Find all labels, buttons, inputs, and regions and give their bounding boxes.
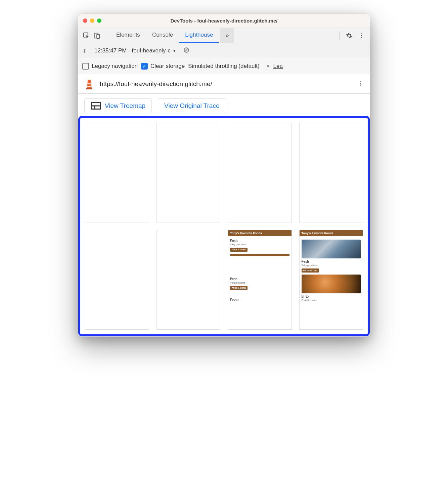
svg-point-13 [360,81,361,82]
plus-icon: ＋ [81,46,88,56]
thumb-spacer [230,256,289,276]
clear-storage-label: Clear storage [150,63,185,70]
thumb-item-subtitle: Portable noms [302,299,361,301]
minimize-window-button[interactable] [90,18,94,23]
thumb-item-subtitle: Salty goodness [230,243,289,246]
svg-rect-12 [86,88,92,89]
titlebar: DevTools - foul-heavenly-direction.glitc… [78,14,370,28]
view-original-trace-button[interactable]: View Original Trace [158,98,226,113]
window-controls [83,18,101,23]
thumb-body: Fesh Salty goodness PROS & CONS Brrto Po… [228,236,292,303]
new-report-button[interactable]: ＋ [81,46,91,56]
svg-point-5 [361,37,362,38]
thumb-spacer [230,290,289,297]
legacy-nav-label: Legacy navigation [92,63,138,70]
clear-button[interactable] [183,47,190,55]
throttling-label: Simulated throttling (default) [188,63,260,70]
thumb-item-title: Pezza [230,298,289,302]
inspect-element-icon[interactable] [82,31,91,40]
separator [339,32,340,40]
tab-console[interactable]: Console [146,28,179,43]
chevron-down-icon: ▼ [173,49,176,53]
thumb-item-title: Brrto [302,295,361,298]
thumb-item-subtitle: Portable noms [230,282,289,284]
filmstrip-frame[interactable] [156,123,221,222]
legacy-navigation-checkbox[interactable]: Legacy navigation [82,63,138,70]
svg-point-15 [360,84,361,85]
thumb-badge: PROS & CONS [230,248,248,252]
svg-point-4 [361,35,362,36]
learn-more-link[interactable]: Lea [273,63,283,70]
panel-tabs: Elements Console Lighthouse [110,28,219,43]
thumb-body: Fesh Salty goodness PROS & CONS Brrto Po… [300,236,363,303]
tab-elements[interactable]: Elements [110,28,146,43]
thumb-page-title: Tony's Favorite Foods [228,230,292,236]
throttling-dropdown[interactable]: Simulated throttling (default) ▼ [188,63,270,70]
window-title: DevTools - foul-heavenly-direction.glitc… [78,18,370,24]
svg-rect-11 [87,86,92,87]
separator [106,32,106,40]
thumb-item-subtitle: Salty goodness [302,264,361,266]
filmstrip-frame[interactable] [156,230,221,330]
svg-point-3 [361,33,362,34]
close-window-button[interactable] [83,18,87,23]
lighthouse-url-bar: https://foul-heavenly-direction.glitch.m… [78,74,370,94]
thumb-item-title: Fesh [302,260,361,263]
zoom-window-button[interactable] [97,18,101,23]
svg-marker-9 [87,81,92,88]
svg-point-14 [360,83,361,84]
report-menu-button[interactable] [358,80,364,88]
filmstrip-container: Tony's Favorite Foods Fesh Salty goodnes… [78,116,370,336]
checkbox-unchecked-icon [82,63,89,70]
view-treemap-button[interactable]: View Treemap [84,98,152,113]
more-options-button[interactable] [356,31,366,41]
lighthouse-options-bar: Legacy navigation ✓ Clear storage Simula… [78,58,370,74]
filmstrip-frame[interactable]: Tony's Favorite Foods Fesh Salty goodnes… [228,230,292,330]
svg-rect-10 [87,83,92,84]
thumb-badge: PROS & CONS [302,268,319,273]
more-tabs-button[interactable]: » [220,28,234,43]
thumb-item-title: Brrto [230,277,289,281]
settings-button[interactable] [344,31,354,41]
filmstrip-frame[interactable] [85,123,149,222]
treemap-icon [91,102,101,110]
thumb-badge: PROS & CONS [230,286,248,290]
thumb-image-fish [302,240,361,258]
thumb-image-burrito [302,275,361,293]
report-selector-bar: ＋ 12:35:47 PM - foul-heavenly-c ▼ [78,43,370,58]
svg-line-7 [185,48,188,52]
filmstrip-frame[interactable]: Tony's Favorite Foods Fesh Salty goodnes… [299,230,363,330]
filmstrip-frame[interactable] [85,230,149,330]
audited-url: https://foul-heavenly-direction.glitch.m… [100,80,352,88]
chevron-right-double-icon: » [225,32,229,39]
panel-tabstrip: Elements Console Lighthouse » [78,28,370,43]
report-dropdown[interactable]: 12:35:47 PM - foul-heavenly-c ▼ [94,47,176,54]
report-actions: View Treemap View Original Trace [78,94,370,116]
chevron-down-icon: ▼ [266,64,270,68]
device-toggle-icon[interactable] [92,31,102,40]
lighthouse-logo-icon [84,78,94,90]
clear-storage-checkbox[interactable]: ✓ Clear storage [141,63,185,70]
report-dropdown-label: 12:35:47 PM - foul-heavenly-c [94,47,171,54]
checkbox-checked-icon: ✓ [141,63,148,70]
thumb-page-title: Tony's Favorite Foods [300,230,363,236]
view-treemap-label: View Treemap [105,102,145,110]
filmstrip-frame[interactable] [299,123,363,222]
devtools-window: DevTools - foul-heavenly-direction.glitc… [78,13,370,337]
filmstrip-frame[interactable] [228,123,292,222]
tab-lighthouse[interactable]: Lighthouse [179,28,219,43]
view-trace-label: View Original Trace [164,102,219,110]
svg-rect-8 [88,80,91,81]
thumb-item-title: Fesh [230,239,289,243]
svg-rect-2 [97,34,99,38]
